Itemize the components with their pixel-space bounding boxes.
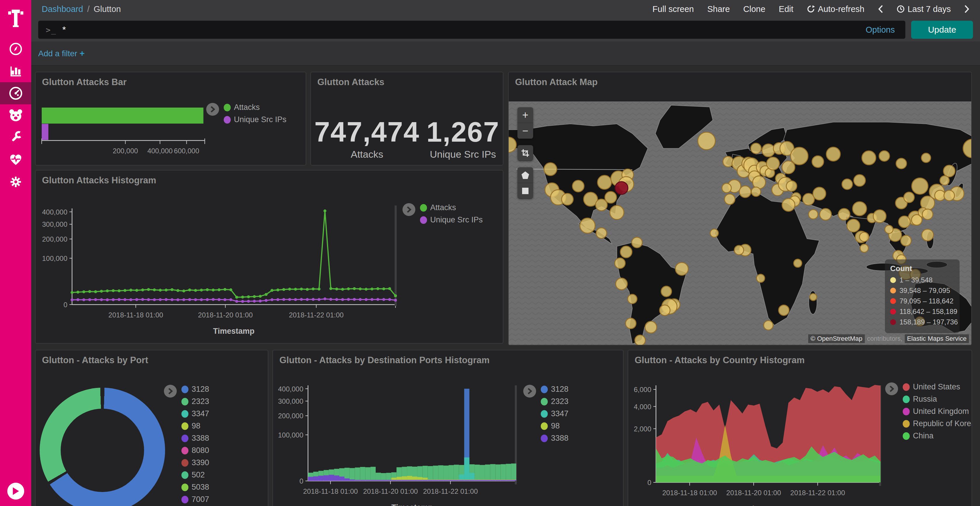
ems-attribution-link[interactable]: Elastic Maps Service — [905, 334, 969, 343]
attack-bubble[interactable] — [842, 179, 853, 189]
attack-bubble[interactable] — [922, 229, 933, 241]
attack-bubble[interactable] — [921, 153, 931, 163]
map-draw-polygon-button[interactable] — [517, 167, 533, 183]
expand-nav-button[interactable] — [7, 483, 24, 500]
attack-bubble[interactable] — [616, 278, 627, 290]
attack-bubble[interactable] — [753, 176, 766, 189]
attack-bubble[interactable] — [544, 163, 557, 176]
attack-bubble[interactable] — [873, 210, 886, 223]
attack-bubble[interactable] — [782, 161, 795, 174]
legend-item[interactable]: Attacks — [420, 203, 483, 212]
attack-bubble[interactable] — [912, 178, 928, 194]
attack-bubble[interactable] — [722, 183, 731, 193]
attack-bubble[interactable] — [615, 182, 628, 194]
sidebar-item-monitoring[interactable] — [0, 149, 31, 171]
sidebar-item-management[interactable] — [0, 171, 31, 193]
attack-bubble[interactable] — [635, 335, 646, 345]
attack-bubble[interactable] — [803, 194, 815, 205]
time-range-button[interactable]: Last 7 days — [897, 5, 951, 14]
edit-button[interactable]: Edit — [779, 5, 793, 14]
attack-bubble[interactable] — [847, 219, 860, 232]
attack-bubble[interactable] — [734, 246, 744, 255]
attack-bubble[interactable] — [854, 174, 865, 186]
legend-item[interactable]: 3128 — [181, 385, 209, 394]
legend-item[interactable]: China — [903, 431, 972, 440]
attack-bubble[interactable] — [944, 190, 955, 201]
sidebar-item-dashboard[interactable] — [0, 82, 31, 104]
attack-bubble[interactable] — [598, 176, 612, 189]
search-query-input[interactable] — [62, 24, 866, 35]
legend-item[interactable]: 3347 — [181, 409, 209, 418]
legend-item[interactable]: 502 — [181, 470, 209, 479]
attack-bubble[interactable] — [782, 198, 795, 211]
attack-bubble[interactable] — [751, 187, 760, 197]
attack-bubble[interactable] — [940, 176, 950, 185]
attack-bubble[interactable] — [710, 229, 718, 237]
legend-item[interactable]: 3390 — [181, 458, 209, 467]
attack-bubble[interactable] — [899, 216, 910, 228]
attack-bubble[interactable] — [740, 186, 751, 198]
sidebar-item-devtools[interactable] — [0, 127, 31, 149]
legend-toggle-button[interactable] — [523, 385, 536, 398]
attack-bubble[interactable] — [778, 305, 789, 316]
legend-item[interactable]: United States — [903, 382, 972, 392]
map-fit-bounds-button[interactable] — [517, 145, 533, 161]
query-input-box[interactable]: >_ Options — [38, 21, 905, 39]
osm-attribution-link[interactable]: © OpenStreetMap — [808, 334, 865, 343]
fullscreen-button[interactable]: Full screen — [652, 5, 694, 14]
attack-bubble[interactable] — [632, 237, 642, 248]
query-options-link[interactable]: Options — [865, 25, 895, 35]
legend-item[interactable]: Unique Src IPs — [420, 216, 483, 224]
attack-bubble[interactable] — [610, 206, 624, 219]
sidebar-item-visualize[interactable] — [0, 60, 31, 82]
attack-bubble[interactable] — [904, 192, 915, 203]
sidebar-item-apm[interactable] — [0, 104, 31, 127]
attack-bubble[interactable] — [645, 322, 657, 333]
legend-item[interactable]: 3347 — [541, 409, 568, 418]
share-button[interactable]: Share — [707, 5, 730, 14]
legend-item[interactable]: 8080 — [181, 446, 209, 455]
legend-item[interactable]: 3128 — [541, 385, 568, 394]
legend-toggle-button[interactable] — [206, 103, 219, 116]
attack-bubble[interactable] — [786, 181, 797, 191]
legend-item[interactable]: 7007 — [181, 495, 209, 504]
legend-item[interactable]: Russia — [903, 395, 972, 404]
attack-bubble[interactable] — [896, 158, 907, 169]
attack-bubble[interactable] — [853, 202, 867, 216]
attack-bubble[interactable] — [605, 192, 617, 203]
attack-bubble[interactable] — [900, 235, 911, 246]
attack-bubble[interactable] — [860, 244, 868, 252]
attack-bubble[interactable] — [794, 259, 802, 267]
attack-bubble[interactable] — [879, 151, 889, 161]
legend-item[interactable]: 3388 — [181, 434, 209, 443]
legend-item[interactable]: 2323 — [541, 397, 568, 406]
attack-bubble[interactable] — [625, 318, 636, 329]
legend-toggle-button[interactable] — [885, 382, 898, 395]
legend-toggle-button[interactable] — [164, 385, 177, 398]
map-zoom-in-button[interactable]: + — [517, 107, 533, 123]
attack-bubble[interactable] — [628, 294, 637, 304]
legend-item[interactable]: 98 — [541, 422, 568, 430]
attack-bubble[interactable] — [885, 225, 893, 233]
t-mobile-logo[interactable] — [0, 0, 31, 38]
attack-bubble[interactable] — [943, 165, 955, 177]
breadcrumb-dashboard[interactable]: Dashboard — [42, 5, 83, 14]
map-zoom-out-button[interactable]: − — [517, 123, 533, 139]
time-forward-button[interactable] — [964, 5, 969, 13]
attack-bubble[interactable] — [661, 286, 672, 297]
attack-bubble[interactable] — [812, 156, 824, 168]
attack-bubble[interactable] — [698, 132, 715, 150]
attack-bubble[interactable] — [813, 187, 826, 200]
attack-bubble[interactable] — [596, 228, 607, 238]
attack-bubble[interactable] — [820, 208, 832, 220]
time-back-button[interactable] — [878, 5, 883, 13]
legend-item[interactable]: Attacks — [224, 103, 286, 112]
attack-bubble[interactable] — [573, 180, 584, 192]
attack-bubble[interactable] — [615, 258, 625, 268]
add-filter-link[interactable]: Add a filter + — [38, 48, 84, 58]
attack-bubble[interactable] — [762, 144, 775, 157]
attack-bubble[interactable] — [922, 209, 933, 219]
legend-toggle-button[interactable] — [402, 203, 415, 216]
attack-bubble[interactable] — [862, 151, 876, 165]
attack-bubble[interactable] — [580, 218, 595, 233]
